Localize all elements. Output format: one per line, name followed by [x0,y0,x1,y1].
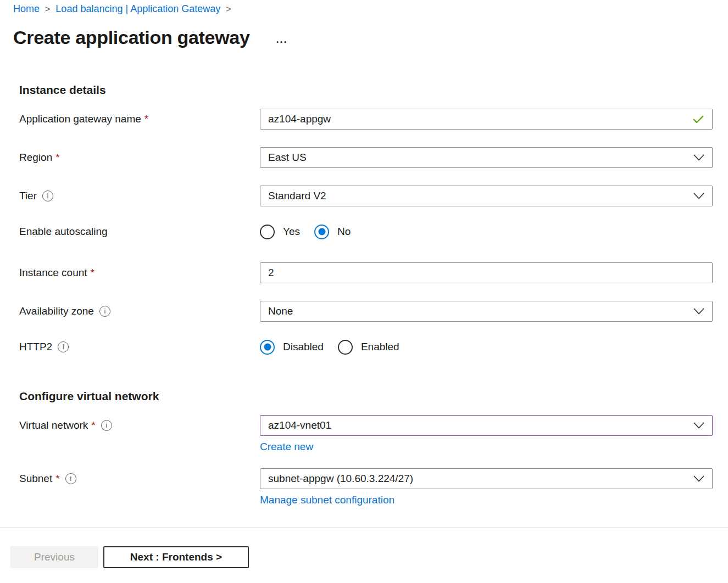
field-row-tier: Tier i Standard V2 [19,186,713,206]
field-row-subnet: Subnet * i subnet-appgw (10.60.3.224/27)… [19,468,713,506]
instance-count-label: Instance count * [19,262,260,283]
section-heading-instance-details: Instance details [19,83,713,97]
field-row-gateway-name: Application gateway name * [19,109,713,130]
breadcrumb-separator-icon: > [45,4,50,14]
subnet-value: subnet-appgw (10.60.3.224/27) [268,473,413,485]
breadcrumb: Home > Load balancing | Application Gate… [0,0,728,15]
field-row-http2: HTTP2 i Disabled Enabled [19,339,713,355]
breadcrumb-separator-icon: > [226,4,231,14]
http2-option-enabled[interactable]: Enabled [338,340,399,355]
label-text: Application gateway name [19,113,141,125]
label-text: Availability zone [19,305,94,317]
availability-zone-dropdown[interactable]: None [260,301,713,322]
region-dropdown[interactable]: East US [260,147,713,168]
http2-label: HTTP2 i [19,339,260,355]
breadcrumb-link-load-balancing[interactable]: Load balancing | Application Gateway [55,3,220,15]
required-marker: * [145,113,148,125]
field-row-availability-zone: Availability zone i None [19,301,713,322]
tier-value: Standard V2 [268,190,326,202]
chevron-down-icon [693,422,704,429]
info-icon[interactable]: i [101,420,112,431]
instance-count-field [260,262,713,283]
page-title: Create application gateway [13,27,250,48]
availability-zone-label: Availability zone i [19,301,260,322]
region-value: East US [268,152,307,164]
section-heading-virtual-network: Configure virtual network [19,390,713,403]
more-options-icon[interactable]: ... [276,34,288,46]
chevron-down-icon [693,475,704,482]
info-icon[interactable]: i [99,306,110,317]
subnet-dropdown[interactable]: subnet-appgw (10.60.3.224/27) [260,468,713,489]
previous-button[interactable]: Previous [10,546,98,568]
next-frontends-button[interactable]: Next : Frontends > [103,546,249,568]
gateway-name-input[interactable] [268,109,686,129]
field-row-instance-count: Instance count * [19,262,713,283]
create-new-vnet-link[interactable]: Create new [260,441,313,453]
label-text: Region [19,152,52,164]
radio-icon [338,340,353,355]
virtual-network-dropdown[interactable]: az104-vnet01 [260,415,713,436]
label-text: Instance count [19,267,87,279]
chevron-down-icon [693,193,704,199]
virtual-network-value: az104-vnet01 [268,419,331,431]
info-icon[interactable]: i [65,473,76,484]
radio-label: No [337,226,351,238]
required-marker: * [55,152,59,164]
http2-radio-group: Disabled Enabled [260,339,713,355]
manage-subnet-configuration-link[interactable]: Manage subnet configuration [260,494,394,506]
page-header: Create application gateway ... [13,27,728,48]
subnet-label: Subnet * i [19,468,260,489]
label-text: HTTP2 [19,341,52,353]
label-text: Virtual network [19,419,88,431]
radio-label: Yes [283,226,300,238]
instance-count-input[interactable] [268,263,704,283]
radio-label: Enabled [361,341,399,353]
autoscaling-radio-group: Yes No [260,224,713,239]
footer: Previous Next : Frontends > [0,528,728,568]
autoscaling-label: Enable autoscaling [19,224,260,239]
tier-label: Tier i [19,186,260,206]
virtual-network-label: Virtual network * i [19,415,260,436]
chevron-down-icon [693,154,704,161]
info-icon[interactable]: i [42,190,53,201]
autoscaling-option-no[interactable]: No [314,225,351,239]
field-row-virtual-network: Virtual network * i az104-vnet01 Create … [19,415,713,453]
create-appgw-form: Instance details Application gateway nam… [0,83,728,506]
chevron-down-icon [693,308,704,315]
label-text: Enable autoscaling [19,226,108,238]
required-marker: * [91,419,95,431]
label-text: Subnet [19,473,52,485]
radio-label: Disabled [283,341,324,353]
tier-dropdown[interactable]: Standard V2 [260,186,713,206]
required-marker: * [91,267,95,279]
breadcrumb-link-home[interactable]: Home [13,3,40,15]
gateway-name-field [260,109,713,130]
autoscaling-option-yes[interactable]: Yes [260,225,300,239]
gateway-name-label: Application gateway name * [19,109,260,130]
required-marker: * [55,473,59,485]
radio-icon [260,340,275,355]
radio-icon [314,225,329,239]
field-row-region: Region * East US [19,147,713,168]
field-row-autoscaling: Enable autoscaling Yes No [19,224,713,239]
region-label: Region * [19,147,260,168]
radio-icon [260,225,275,239]
info-icon[interactable]: i [58,341,69,352]
label-text: Tier [19,190,37,202]
valid-check-icon [692,115,704,124]
availability-zone-value: None [268,305,293,317]
http2-option-disabled[interactable]: Disabled [260,340,324,355]
